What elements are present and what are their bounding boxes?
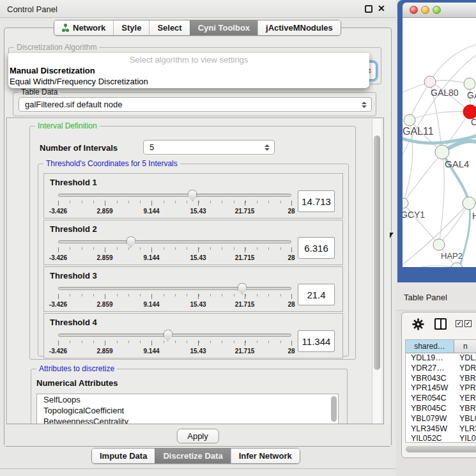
checkbox-icon[interactable]: ✓ <box>464 320 472 327</box>
table-row[interactable]: YPR145WYPR1 <box>406 383 476 394</box>
apply-button[interactable]: Apply <box>176 429 219 443</box>
column-header-name[interactable]: n <box>454 340 476 353</box>
algorithm-dropdown-popup: Select algorithm to view settings Manual… <box>8 53 369 88</box>
node-gal80[interactable] <box>424 76 436 88</box>
slider-ticks <box>58 247 291 253</box>
table-row[interactable]: YBL079WYBL0 <box>406 414 476 424</box>
list-item[interactable]: TopologicalCoefficient <box>37 405 338 416</box>
numerical-attributes-label: Numerical Attributes <box>36 378 118 388</box>
table-row[interactable]: YER054CYER0 <box>406 394 476 404</box>
node-ga[interactable] <box>464 78 475 89</box>
float-window-icon[interactable] <box>365 5 372 13</box>
node-gal11[interactable] <box>404 114 415 126</box>
slider-scale-labels: -3.4262.8599.14415.4321.71528 <box>58 208 291 215</box>
node-label-gal4: GAL4 <box>445 158 469 169</box>
table-data-combobox[interactable]: galFiltered.sif default node <box>19 97 372 112</box>
table-row[interactable]: YIL052CYIL0 <box>406 434 476 443</box>
slider-ticks <box>58 341 291 346</box>
node-h[interactable] <box>463 197 475 210</box>
node-label-gal11: GAL11 <box>403 126 434 137</box>
mouse-cursor <box>390 233 394 238</box>
threshold-3-value[interactable]: 21.4 <box>298 284 335 305</box>
discretization-algorithm-title: Discretization Algorithm <box>14 43 99 52</box>
tab-infer-network[interactable]: Infer Network <box>231 449 300 463</box>
tab-discretize-data[interactable]: Discretize Data <box>155 449 230 463</box>
split-pane-icon[interactable] <box>434 318 447 330</box>
slider-thumb[interactable] <box>188 190 197 201</box>
node-hap2[interactable] <box>433 239 445 250</box>
threshold-2-value[interactable]: 6.316 <box>298 237 335 259</box>
table-toolbar: ✓ ✓ <box>402 312 476 338</box>
panel-scrollbar-thumb[interactable] <box>374 135 380 370</box>
threshold-4-label: Threshold 4 <box>50 318 97 327</box>
threshold-4-value[interactable]: 11.344 <box>298 330 335 352</box>
slider-scale-labels: -3.4262.8599.14415.4321.71528 <box>58 348 291 355</box>
network-view-window: GAL80 GA C GAL11 GAL4 GCY1 H HAP2 <box>397 0 476 282</box>
threshold-2-label: Threshold 2 <box>50 224 97 234</box>
list-item[interactable]: SelfLoops <box>37 394 338 405</box>
top-tab-bar: Network Style Select Cyni Toolbox jActiv… <box>54 20 341 36</box>
node-table: shared… n YDL19…YDL1 YDR27…YDR2 YBR043CY… <box>405 339 476 443</box>
node-label-h: H <box>472 211 476 221</box>
zoom-traffic-light-icon[interactable] <box>433 6 441 14</box>
node-gcy1[interactable] <box>403 198 408 208</box>
threshold-2-slider[interactable] <box>58 240 291 243</box>
node-gal4[interactable] <box>435 145 449 159</box>
tab-jactivemnodules[interactable]: jActiveMNodules <box>257 20 341 35</box>
tab-cyni-toolbox[interactable]: Cyni Toolbox <box>190 20 257 35</box>
gear-icon[interactable] <box>412 318 424 330</box>
table-row[interactable]: YBR045CYBR0 <box>406 404 476 414</box>
network-canvas[interactable]: GAL80 GA C GAL11 GAL4 GCY1 H HAP2 <box>403 18 476 267</box>
slider-thumb[interactable] <box>126 236 135 248</box>
threshold-1-slider[interactable] <box>58 194 291 197</box>
node-label-c: C <box>471 117 476 127</box>
table-horizontal-scrollbar[interactable] <box>405 445 476 453</box>
attributes-group-title: Attributes to discretize <box>36 364 117 373</box>
table-row[interactable]: YDR27…YDR2 <box>406 364 476 374</box>
threshold-4-slider[interactable] <box>58 334 291 337</box>
tab-style[interactable]: Style <box>113 20 149 35</box>
dropdown-option-equal-width[interactable]: Equal Width/Frequency Discretization <box>10 77 148 86</box>
threshold-panel-1: Threshold 1 -3.4262.8599.14415.4321.7152… <box>43 173 343 219</box>
table-data-group: Table Data galFiltered.sif default node <box>13 92 376 116</box>
number-of-intervals-combobox[interactable]: 5 <box>143 140 275 155</box>
slider-scale-labels: -3.4262.8599.14415.4321.71528 <box>58 254 291 262</box>
threshold-1-value[interactable]: 14.713 <box>298 190 335 212</box>
panel-scrollbar[interactable] <box>372 119 381 424</box>
table-panel-header: Table Panel <box>396 282 476 311</box>
slider-thumb[interactable] <box>163 330 173 341</box>
threshold-coordinates-group: Threshold's Coordinates for 5 Intervals … <box>38 164 349 357</box>
checkbox-icon[interactable]: ✓ <box>456 320 463 327</box>
attributes-group: Attributes to discretize Numerical Attri… <box>31 369 348 424</box>
list-item[interactable]: BetweennessCentrality <box>37 416 338 424</box>
control-panel-window: Control Panel ✕ Network Style Select Cyn… <box>0 0 396 476</box>
table-row[interactable]: YDL19…YDL1 <box>406 353 476 364</box>
panel-title: Control Panel <box>7 4 58 14</box>
minimize-traffic-light-icon[interactable] <box>421 6 429 14</box>
threshold-panel-2: Threshold 2 -3.4262.8599.14415.4321.7152… <box>43 220 343 265</box>
table-row[interactable]: YLR345WYLR3 <box>406 424 476 434</box>
list-scrollbar-thumb[interactable] <box>331 396 337 422</box>
slider-ticks <box>58 201 291 206</box>
table-row[interactable]: YBR043CYBR0 <box>406 374 476 384</box>
network-window-titlebar[interactable] <box>403 3 476 18</box>
tab-impute-data[interactable]: Impute Data <box>92 449 155 463</box>
slider-thumb[interactable] <box>237 283 247 295</box>
number-of-intervals-label: Number of Intervals <box>40 143 118 153</box>
numerical-attributes-list: SelfLoops TopologicalCoefficient Between… <box>36 394 339 424</box>
slider-ticks <box>58 294 291 300</box>
table-hscrollbar-thumb[interactable] <box>406 446 476 452</box>
threshold-3-slider[interactable] <box>58 287 291 290</box>
combo-arrows-icon <box>362 102 367 108</box>
close-traffic-light-icon[interactable] <box>410 6 418 14</box>
control-panel-titlebar: Control Panel ✕ <box>0 0 396 18</box>
threshold-coordinates-title: Threshold's Coordinates for 5 Intervals <box>43 159 180 168</box>
settings-scroll-panel: Interval Definition Number of Intervals … <box>6 118 384 424</box>
close-icon[interactable]: ✕ <box>378 3 385 13</box>
interval-definition-group: Interval Definition Number of Intervals … <box>29 126 356 360</box>
column-header-shared-name[interactable]: shared… <box>406 340 454 353</box>
dropdown-placeholder: Select algorithm to view settings <box>8 55 369 65</box>
tab-network[interactable]: Network <box>54 20 113 35</box>
tab-select[interactable]: Select <box>149 20 189 35</box>
dropdown-option-manual[interactable]: Manual Discretization <box>10 66 95 75</box>
